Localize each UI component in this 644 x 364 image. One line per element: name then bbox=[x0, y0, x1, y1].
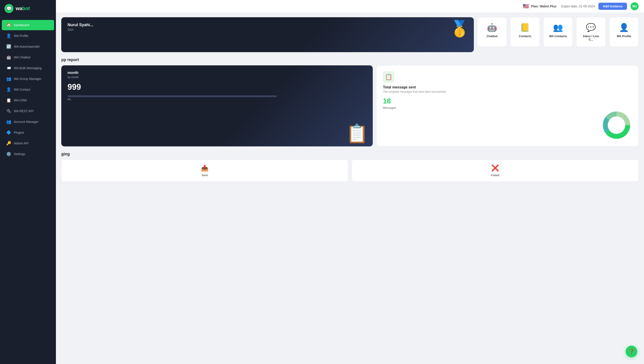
help-button[interactable]: ❓ bbox=[626, 346, 637, 357]
sidebar-item-wa-crm[interactable]: 📋 WA CRM bbox=[2, 95, 54, 105]
total-message-card: 📋 Total message sent The complete messag… bbox=[376, 65, 639, 146]
wa-bulk-messaging-icon: 📨 bbox=[6, 66, 11, 71]
sidebar-logo: 💬 wabot bbox=[0, 0, 56, 17]
bulk-progress-label: 0% bbox=[68, 98, 366, 101]
sidebar-item-wa-group-manager[interactable]: 👥 WA Group Manager bbox=[2, 74, 54, 84]
sidebar-item-label: Plugins bbox=[14, 131, 24, 134]
sidebar-item-plugins[interactable]: 🔷 Plugins bbox=[2, 127, 54, 138]
donut-chart-container bbox=[383, 109, 632, 141]
wa-contact-icon: 👤 bbox=[6, 87, 11, 92]
hero-date: 2024 bbox=[68, 28, 468, 31]
wa-contacts-icon: 👥 bbox=[553, 23, 563, 32]
sidebar-item-wa-rest-api[interactable]: 🔌 WA REST API bbox=[2, 106, 54, 116]
account-manager-icon: 👥 bbox=[6, 119, 11, 124]
chatbot-icon: 🤖 bbox=[487, 23, 497, 32]
feature-card-chatbot[interactable]: 🤖 Chatbot bbox=[478, 17, 507, 47]
topbar: 🇺🇸 Plan: Wabot Plus Expire date: 21-05-2… bbox=[56, 0, 644, 13]
sidebar-item-dashboard[interactable]: 🏠 Dashboard bbox=[2, 20, 54, 30]
hero-card: Nurul Syahi... 2024 🥇 bbox=[61, 17, 474, 52]
sidebar-item-wa-profile[interactable]: 👤 WA Profile bbox=[2, 31, 54, 41]
wa-autoresponder-icon: ↩️ bbox=[6, 44, 11, 49]
hero-name: Nurul Syahi... bbox=[68, 23, 468, 27]
sidebar-item-label: Dashboard bbox=[14, 23, 29, 27]
wa-contacts-label: WA Contacts bbox=[549, 35, 567, 38]
sidebar-item-admin-api[interactable]: 🔑 Admin API bbox=[2, 138, 54, 148]
sidebar-item-label: WA Group Manager bbox=[14, 77, 41, 81]
logo-text: wabot bbox=[16, 6, 30, 12]
sidebar-item-wa-chatbot[interactable]: 🤖 WA Chatbot bbox=[2, 52, 54, 62]
bulk-number: 999 bbox=[68, 82, 366, 92]
plugins-icon: 🔷 bbox=[6, 130, 11, 135]
sent-label: Sent bbox=[202, 173, 208, 177]
feature-card-wa-contacts[interactable]: 👥 WA Contacts bbox=[544, 17, 573, 47]
sidebar-item-label: WA Profile bbox=[14, 34, 28, 38]
sidebar-nav: 🏠 Dashboard 👤 WA Profile ↩️ WA Autorespo… bbox=[0, 17, 56, 364]
wa-profile-icon: 👤 bbox=[619, 23, 629, 32]
add-instance-button[interactable]: Add Instance bbox=[598, 3, 627, 10]
contacts-icon: 📒 bbox=[520, 23, 530, 32]
sidebar-item-label: WA Chatbot bbox=[14, 56, 30, 59]
bottom-stats-row: 📤 Sent ❌ Failed bbox=[61, 160, 639, 181]
stat-card-failed: ❌ Failed bbox=[352, 160, 639, 181]
bulk-messaging-section-title: ging bbox=[61, 152, 639, 156]
dashboard-icon: 🏠 bbox=[6, 23, 11, 28]
feature-card-wa-profile[interactable]: 👤 WA Profile bbox=[609, 17, 639, 47]
sidebar-item-label: WA REST API bbox=[14, 109, 34, 113]
bulk-card: month by month 999 0% 📋 bbox=[61, 65, 373, 146]
sidebar-item-label: Admin API bbox=[14, 141, 28, 145]
sidebar-item-wa-contact[interactable]: 👤 WA Contact bbox=[2, 84, 54, 95]
sidebar-item-account-manager[interactable]: 👥 Account Manager bbox=[2, 117, 54, 127]
sidebar-item-wa-autoresponder[interactable]: ↩️ WA Autoresponder bbox=[2, 41, 54, 52]
wa-profile-label: WA Profile bbox=[617, 35, 631, 38]
bulk-title: month bbox=[68, 71, 366, 75]
sidebar: 💬 wabot 🏠 Dashboard 👤 WA Profile ↩️ WA A… bbox=[0, 0, 56, 364]
admin-api-icon: 🔑 bbox=[6, 141, 11, 146]
inbox-live-label: Inbox / Live C... bbox=[581, 35, 601, 41]
report-section-title: pp report bbox=[61, 58, 639, 62]
wa-crm-icon: 📋 bbox=[6, 98, 11, 103]
stat-card-sent: 📤 Sent bbox=[61, 160, 348, 181]
total-msg-count: 18 bbox=[383, 97, 632, 105]
sidebar-item-label: Account Manager bbox=[14, 120, 38, 124]
clipboard-icon: 📋 bbox=[383, 71, 394, 83]
bulk-progress-bar-container bbox=[68, 95, 277, 97]
sidebar-item-label: Settings bbox=[14, 152, 25, 156]
total-msg-subtitle: The complete messages that have been suc… bbox=[383, 90, 632, 93]
sidebar-item-settings[interactable]: ⚙️ Settings bbox=[2, 149, 54, 159]
sidebar-item-label: WA CRM bbox=[14, 98, 26, 102]
inbox-live-icon: 💬 bbox=[586, 23, 596, 32]
main-content: 🇺🇸 Plan: Wabot Plus Expire date: 21-05-2… bbox=[56, 0, 644, 364]
topbar-plan: 🇺🇸 Plan: Wabot Plus Expire date: 21-05-2… bbox=[523, 3, 595, 9]
total-msg-count-label: Messages bbox=[383, 106, 632, 109]
wa-rest-api-icon: 🔌 bbox=[6, 109, 11, 113]
bulk-subtitle: by month bbox=[68, 76, 366, 79]
sent-icon: 📤 bbox=[201, 164, 209, 172]
feature-card-inbox-live[interactable]: 💬 Inbox / Live C... bbox=[576, 17, 606, 47]
donut-chart bbox=[601, 109, 632, 141]
flag-icon: 🇺🇸 bbox=[523, 3, 529, 9]
contacts-label: Contacts bbox=[519, 35, 531, 38]
medal-icon: 🥇 bbox=[450, 20, 469, 38]
total-msg-title: Total message sent bbox=[383, 85, 632, 89]
divider bbox=[559, 4, 559, 9]
plan-label: Plan: Wabot Plus bbox=[531, 5, 556, 8]
report-row: month by month 999 0% 📋 📋 Total message … bbox=[61, 65, 639, 146]
feature-card-contacts[interactable]: 📒 Contacts bbox=[510, 17, 540, 47]
sidebar-item-label: WA Contact bbox=[14, 88, 30, 91]
wa-profile-icon: 👤 bbox=[6, 33, 11, 38]
sidebar-item-label: WA Autoresponder bbox=[14, 45, 40, 48]
wa-group-manager-icon: 👥 bbox=[6, 76, 11, 81]
content-area: Nurul Syahi... 2024 🥇 🤖 Chatbot 📒 Contac… bbox=[56, 13, 644, 364]
sidebar-item-label: WA Bulk Messaging bbox=[14, 66, 42, 70]
bulk-illustration: 📋 bbox=[346, 123, 368, 144]
failed-icon: ❌ bbox=[491, 164, 499, 172]
settings-icon: ⚙️ bbox=[6, 151, 11, 156]
sidebar-item-wa-bulk-messaging[interactable]: 📨 WA Bulk Messaging bbox=[2, 63, 54, 73]
logo-icon: 💬 bbox=[4, 4, 14, 13]
wa-chatbot-icon: 🤖 bbox=[6, 55, 11, 60]
expire-label: Expire date: 21-05-2024 bbox=[561, 5, 595, 8]
user-avatar[interactable]: NU bbox=[630, 2, 639, 10]
top-section: Nurul Syahi... 2024 🥇 🤖 Chatbot 📒 Contac… bbox=[61, 17, 639, 52]
chatbot-label: Chatbot bbox=[486, 35, 498, 38]
feature-cards: 🤖 Chatbot 📒 Contacts 👥 WA Contacts 💬 Inb… bbox=[478, 17, 639, 47]
